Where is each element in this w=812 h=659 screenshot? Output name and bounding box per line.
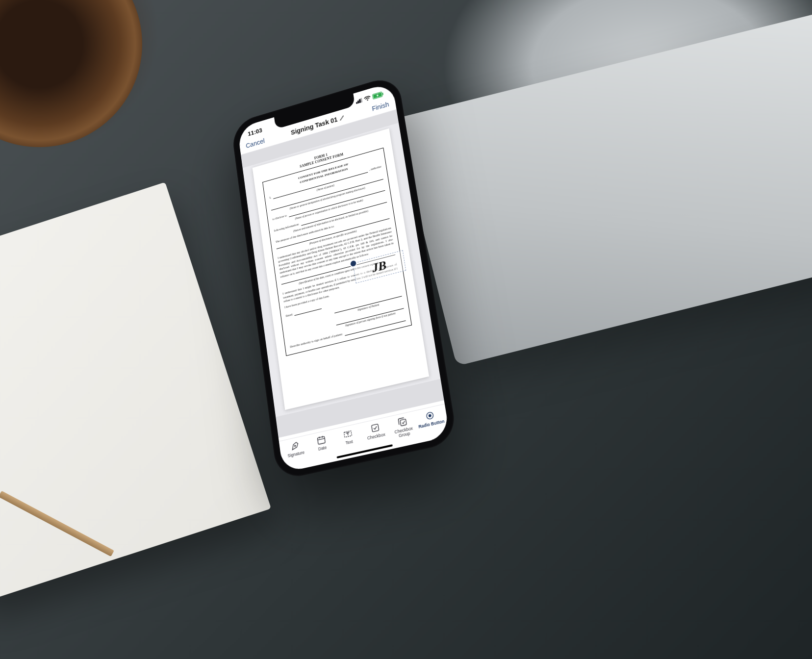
status-time: 11:03 xyxy=(247,127,262,137)
tool-date[interactable]: Date xyxy=(307,432,337,458)
finish-button[interactable]: Finish xyxy=(371,101,389,112)
tool-label: Checkbox xyxy=(367,432,386,441)
tool-text[interactable]: Text xyxy=(334,426,364,452)
battery-charging-icon xyxy=(372,91,384,100)
svg-point-4 xyxy=(367,99,368,101)
signal-icon xyxy=(355,98,362,104)
tool-checkbox[interactable]: Checkbox xyxy=(361,420,391,446)
wifi-icon xyxy=(364,95,371,102)
svg-rect-2 xyxy=(359,99,361,103)
form-box: CONSENT FOR THE RELEASE OF CONFIDENTIAL … xyxy=(262,148,412,356)
text-box-icon xyxy=(343,428,354,440)
svg-point-14 xyxy=(429,414,432,417)
lead-i: I, xyxy=(269,196,271,200)
document-page[interactable]: FORM 1 SAMPLE CONSENT FORM CONSENT FOR T… xyxy=(253,128,429,410)
tool-radio-button[interactable]: Radio Button xyxy=(415,407,446,434)
tool-label: Radio Button xyxy=(418,419,445,430)
tool-checkbox-group[interactable]: Checkbox Group xyxy=(388,414,419,440)
dated-label: Dated: xyxy=(285,312,293,318)
drag-handle-icon[interactable] xyxy=(350,260,356,267)
tool-label: Date xyxy=(318,445,327,452)
document-viewer[interactable]: FORM 1 SAMPLE CONSENT FORM CONSENT FOR T… xyxy=(243,123,441,417)
pencil-icon xyxy=(339,114,345,121)
tool-label: Text xyxy=(345,439,353,445)
svg-rect-0 xyxy=(356,102,357,103)
signature-mark: JB xyxy=(371,259,387,275)
svg-rect-1 xyxy=(357,101,359,103)
radio-button-icon xyxy=(425,410,436,422)
svg-rect-11 xyxy=(371,424,379,432)
svg-point-8 xyxy=(294,445,295,447)
checkbox-icon xyxy=(370,422,381,434)
tool-label: Signature xyxy=(287,450,304,458)
svg-rect-3 xyxy=(361,98,362,102)
calendar-icon xyxy=(316,434,327,446)
checkbox-group-icon xyxy=(397,416,408,428)
tool-label: Checkbox Group xyxy=(390,425,418,440)
svg-rect-9 xyxy=(317,436,325,444)
phone-mockup: 11:03 xyxy=(338,275,525,659)
tool-signature[interactable]: Signature xyxy=(281,438,310,464)
pen-nib-icon xyxy=(290,440,300,452)
svg-rect-12 xyxy=(400,419,406,426)
